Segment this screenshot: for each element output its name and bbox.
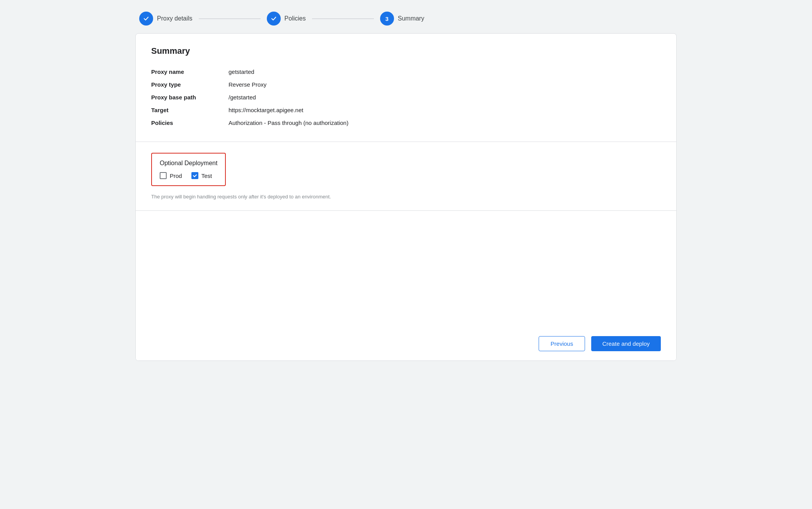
summary-label-proxy-name: Proxy name <box>151 65 229 78</box>
checkbox-test[interactable] <box>191 172 198 179</box>
stepper: Proxy details Policies 3 Summary <box>135 12 677 26</box>
summary-value-proxy-base-path: /getstarted <box>229 91 661 104</box>
checkmark-icon <box>143 15 150 22</box>
step-circle-summary: 3 <box>380 12 394 26</box>
checkbox-label-prod: Prod <box>170 173 182 179</box>
optional-deployment-section: Optional Deployment Prod T <box>136 142 676 211</box>
summary-label-proxy-base-path: Proxy base path <box>151 91 229 104</box>
step-summary: 3 Summary <box>380 12 424 26</box>
step-connector-1 <box>199 19 261 19</box>
optional-deployment-title: Optional Deployment <box>160 160 217 167</box>
summary-table: Proxy name getstarted Proxy type Reverse… <box>151 65 661 129</box>
summary-label-target: Target <box>151 104 229 116</box>
checkmark-icon-2 <box>270 15 277 22</box>
main-card: Summary Proxy name getstarted Proxy type… <box>135 33 677 361</box>
summary-value-proxy-type: Reverse Proxy <box>229 78 661 91</box>
footer-section: Previous Create and deploy <box>136 327 676 360</box>
checkmark-icon-test <box>193 173 197 178</box>
content-spacer <box>136 211 676 327</box>
summary-value-target: https://mocktarget.apigee.net <box>229 104 661 116</box>
checkbox-item-prod[interactable]: Prod <box>160 172 182 179</box>
step-circle-policies <box>267 12 281 26</box>
optional-deployment-box: Optional Deployment Prod T <box>151 153 226 186</box>
summary-value-policies: Authorization - Pass through (no authori… <box>229 116 661 129</box>
checkbox-label-test: Test <box>201 173 212 179</box>
page-container: Proxy details Policies 3 Summary Summary <box>135 12 677 361</box>
step-label-summary: Summary <box>398 15 424 22</box>
deployment-hint: The proxy will begin handling requests o… <box>151 194 661 200</box>
checkbox-prod[interactable] <box>160 172 167 179</box>
summary-section: Summary Proxy name getstarted Proxy type… <box>136 34 676 142</box>
step-number-summary: 3 <box>386 15 389 22</box>
step-connector-2 <box>312 19 374 19</box>
summary-value-proxy-name: getstarted <box>229 65 661 78</box>
step-label-proxy-details: Proxy details <box>157 15 193 22</box>
summary-title: Summary <box>151 46 661 56</box>
step-proxy-details: Proxy details <box>139 12 193 26</box>
checkboxes-row: Prod Test <box>160 172 217 179</box>
summary-label-policies: Policies <box>151 116 229 129</box>
create-and-deploy-button[interactable]: Create and deploy <box>591 336 661 351</box>
step-label-policies: Policies <box>285 15 306 22</box>
checkbox-item-test[interactable]: Test <box>191 172 212 179</box>
summary-label-proxy-type: Proxy type <box>151 78 229 91</box>
previous-button[interactable]: Previous <box>539 336 585 351</box>
step-circle-proxy-details <box>139 12 153 26</box>
step-policies: Policies <box>267 12 306 26</box>
